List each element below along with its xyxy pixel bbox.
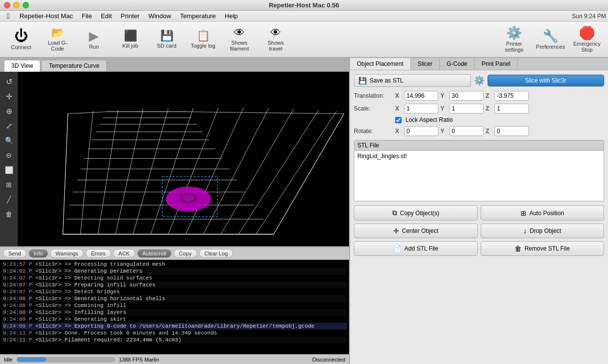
rotate-x-input[interactable] xyxy=(404,126,438,136)
move-tool[interactable]: ⊕ xyxy=(2,104,16,118)
add-stl-icon: 📄 xyxy=(393,245,402,252)
remove-stl-icon: 🗑 xyxy=(515,245,521,252)
translation-z-input[interactable] xyxy=(494,91,529,101)
list-item: 9:24:11 P <Slic3r> Filament required: 22… xyxy=(2,336,347,343)
scale-y-input[interactable] xyxy=(449,104,484,113)
shows-travel-button[interactable]: 👁 Shows travel xyxy=(259,24,293,55)
load-gcode-button[interactable]: 📂 Load G-Code xyxy=(40,24,75,55)
list-item: 9:24:07 P <Slic3r> => Preparing infill s… xyxy=(2,281,347,288)
translation-x-input[interactable] xyxy=(404,91,438,101)
warnings-button[interactable]: Warnings xyxy=(50,249,84,258)
toolbar: ⏻ Connect 📂 Load G-Code ▶ Run ⬛ Kill job… xyxy=(0,22,608,58)
autoscroll-button[interactable]: Autoscroll xyxy=(137,249,172,258)
sz-axis-label: Z xyxy=(486,105,492,112)
tab-print-panel[interactable]: Print Panel xyxy=(475,58,518,70)
toggle-log-button[interactable]: 📋 Toggle log xyxy=(186,24,220,55)
ack-button[interactable]: ACK xyxy=(113,249,135,258)
tab-gcode[interactable]: G-Code xyxy=(440,58,475,70)
minimize-button[interactable] xyxy=(13,2,20,8)
scale-tool[interactable]: ⤢ xyxy=(2,119,16,133)
shows-travel-label: Shows travel xyxy=(261,40,291,52)
copy-button[interactable]: Copy xyxy=(174,249,197,258)
zoom-in-tool[interactable]: 🔍 xyxy=(2,134,16,147)
frame-tool[interactable]: ⬜ xyxy=(2,163,16,177)
menu-temperature[interactable]: Temperature xyxy=(176,11,220,21)
drop-object-button[interactable]: ↓ Drop Object xyxy=(481,224,605,238)
copy-objects-button[interactable]: ⧉ Copy Object(s) xyxy=(354,205,478,221)
errors-button[interactable]: Errors xyxy=(86,249,111,258)
tab-object-placement[interactable]: Object Placement xyxy=(350,58,411,70)
slice-button[interactable]: Slice with Slic3r xyxy=(488,75,605,86)
maximize-button[interactable] xyxy=(23,2,29,8)
shows-filament-button[interactable]: 👁 Shows filament xyxy=(222,24,257,55)
run-button[interactable]: ▶ Run xyxy=(77,24,111,55)
send-button[interactable]: Send xyxy=(3,249,27,258)
connect-label: Connect xyxy=(11,44,31,50)
rotate-row: Rotate: X Y Z xyxy=(354,126,604,136)
tab-3d-view[interactable]: 3D View xyxy=(4,60,40,72)
emergency-stop-button[interactable]: 🛑 Emergency Stop xyxy=(570,24,604,55)
progress-bar xyxy=(17,357,115,362)
translation-y-input[interactable] xyxy=(449,91,484,101)
gear-icon[interactable]: ⚙️ xyxy=(474,75,485,86)
rotate-z-input[interactable] xyxy=(494,126,529,136)
menu-help[interactable]: Help xyxy=(221,11,242,21)
menu-bar:  Repetier-Host Mac File Edit Printer Wi… xyxy=(0,11,608,22)
add-stl-button[interactable]: 📄 Add STL File xyxy=(354,241,478,256)
remove-stl-button[interactable]: 🗑 Remove STL File xyxy=(481,241,605,256)
zoom-out-tool[interactable]: ⊖ xyxy=(2,148,16,162)
menu-edit[interactable]: Edit xyxy=(97,11,116,21)
connect-button[interactable]: ⏻ Connect xyxy=(4,24,38,55)
close-button[interactable] xyxy=(4,2,10,8)
menu-printer[interactable]: Printer xyxy=(117,11,144,21)
add-stl-label: Add STL File xyxy=(405,245,438,252)
kill-job-button[interactable]: ⬛ Kill job xyxy=(113,24,147,55)
list-item: 9:24:11 P <Slic3r> Done. Process took 0 … xyxy=(2,330,347,336)
rotate-y-input[interactable] xyxy=(449,126,484,136)
right-panel: Object Placement Slicer G-Code Print Pan… xyxy=(349,58,608,364)
log-content[interactable]: 9:23:57 P <Slic3r> => Processing triangu… xyxy=(0,260,349,354)
list-item: 9:24:08 P <Slic3r> => Combining infill xyxy=(2,302,347,309)
lock-aspect-label: Lock Aspect Ratio xyxy=(405,116,453,123)
preferences-button[interactable]: 🔧 Preferences xyxy=(533,24,568,55)
printer-settings-button[interactable]: ⚙️ Printer settings xyxy=(497,24,531,55)
lock-aspect-checkbox[interactable] xyxy=(395,117,402,123)
system-status: Sun 9:24 PM xyxy=(572,13,606,20)
view-tabs: 3D View Temperature Curve xyxy=(0,58,349,72)
menu-file[interactable]: File xyxy=(78,11,96,21)
slice-view-tool[interactable]: ╱ xyxy=(2,193,16,206)
rotate-tool[interactable]: ↺ xyxy=(2,75,16,88)
clear-log-button[interactable]: Clear Log xyxy=(199,249,233,258)
grid-tool[interactable]: ⊞ xyxy=(2,178,16,192)
list-item: 9:24:09 P <Slic3r> => Exporting G-code t… xyxy=(2,323,347,330)
auto-position-button[interactable]: ⊞ Auto Position xyxy=(481,205,605,221)
delete-tool[interactable]: 🗑 xyxy=(2,207,16,221)
idle-status: Idle xyxy=(4,357,13,363)
move-all-tool[interactable]: ✛ xyxy=(2,89,16,103)
shows-filament-label: Shows filament xyxy=(224,40,255,52)
window-controls[interactable] xyxy=(4,2,29,8)
viewport[interactable]: ↺ ✛ ⊕ ⤢ 🔍 ⊖ ⬜ ⊞ ╱ 🗑 xyxy=(0,72,349,246)
status-bar: Idle 1388 FPS Marlin Disconnected xyxy=(0,354,349,364)
rotate-label: Rotate: xyxy=(354,128,393,135)
scale-x-input[interactable] xyxy=(404,104,438,113)
apple-menu[interactable]:  xyxy=(2,12,15,21)
tab-temperature-curve[interactable]: Temperature Curve xyxy=(41,60,107,71)
center-object-label: Center Object xyxy=(402,227,438,234)
progress-fill xyxy=(17,357,46,362)
sd-card-button[interactable]: 💾 SD card xyxy=(149,24,184,55)
run-icon: ▶ xyxy=(89,29,99,42)
center-object-button[interactable]: ✛ Center Object xyxy=(354,224,478,238)
translation-label: Translation: xyxy=(354,92,393,99)
menu-window[interactable]: Window xyxy=(145,11,175,21)
fps-status: 1388 FPS Marlin xyxy=(119,357,159,363)
app-menu[interactable]: Repetier-Host Mac xyxy=(16,11,77,21)
save-stl-button[interactable]: 💾 Save as STL xyxy=(354,74,471,87)
list-item: 9:24:08 P <Slic3r> => Infilling layers xyxy=(2,309,347,316)
tab-slicer[interactable]: Slicer xyxy=(411,58,440,70)
placement-panel: 💾 Save as STL ⚙️ Slice with Slic3r Trans… xyxy=(350,70,608,260)
scale-z-input[interactable] xyxy=(494,104,529,113)
y-axis-label: Y xyxy=(440,92,447,99)
auto-position-label: Auto Position xyxy=(529,210,564,217)
info-button[interactable]: Info xyxy=(29,249,48,258)
